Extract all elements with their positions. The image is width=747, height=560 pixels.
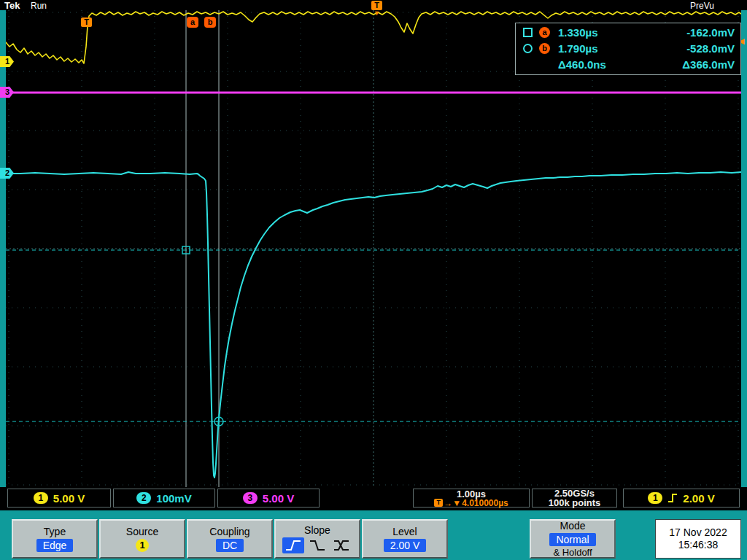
falling-slope-icon[interactable] xyxy=(306,537,328,553)
datetime-display: 17 Nov 2022 15:46:38 xyxy=(655,519,741,559)
bottom-status-row: 1 5.00 V 2 100mV 3 5.00 V 1.00µs T →▼ 4.… xyxy=(0,487,747,510)
run-status: Run xyxy=(31,1,47,11)
mode-value: Normal xyxy=(549,533,595,546)
cursor-delta-voltage: Δ366.0mV xyxy=(649,58,735,71)
either-slope-icon[interactable] xyxy=(330,537,352,553)
cursor-a-readout-badge: a xyxy=(539,27,550,38)
channel-1-scale: 5.00 V xyxy=(53,492,85,505)
channel-1-pill: 1 xyxy=(34,492,48,504)
channel-2-scale: 100mV xyxy=(156,492,191,505)
cursor-b-circle-icon xyxy=(523,44,533,53)
trigger-readout: 1 2.00 V xyxy=(623,489,740,508)
coupling-value: DC xyxy=(216,539,244,552)
tek-logo: Tek xyxy=(4,0,20,11)
cursor-delta-time: Δ460.0ns xyxy=(558,58,649,71)
cursor-a-square-icon xyxy=(523,28,533,37)
channel-2-pill: 2 xyxy=(136,492,151,504)
timebase-value: 1.00µs xyxy=(457,489,486,499)
delay-arrow-icon: →▼ xyxy=(444,499,461,508)
menu-mode-button[interactable]: Mode Normal & Holdoff xyxy=(530,519,616,559)
level-label: Level xyxy=(392,526,417,537)
source-value: 1 xyxy=(136,539,149,552)
trigger-slope-icon xyxy=(667,492,678,504)
channel-2-readout: 2 100mV xyxy=(113,489,215,508)
menu-slope-button[interactable]: Slope xyxy=(274,519,360,559)
cursor-b-time: 1.790µs xyxy=(558,42,649,55)
rising-slope-icon[interactable] xyxy=(282,537,304,553)
time-value: 15:46:38 xyxy=(678,539,719,551)
delay-trigger-icon: T xyxy=(434,499,443,507)
menu-level-button[interactable]: Level 2.00 V xyxy=(362,519,448,559)
menu-type-button[interactable]: Type Edge xyxy=(12,519,98,559)
trigger-position-arrow-icon: ▼ xyxy=(374,10,380,17)
date-value: 17 Nov 2022 xyxy=(669,526,727,539)
type-label: Type xyxy=(44,526,66,537)
cursor-b-badge[interactable]: b xyxy=(204,17,216,28)
level-value: 2.00 V xyxy=(384,539,426,552)
menu-coupling-button[interactable]: Coupling DC xyxy=(187,519,273,559)
delay-value: 4.010000µs xyxy=(462,499,508,508)
coupling-label: Coupling xyxy=(209,526,249,537)
channel-3-readout: 3 5.00 V xyxy=(217,489,320,508)
horizontal-readout: 1.00µs T →▼ 4.010000µs xyxy=(413,489,530,508)
cursor-b-readout-badge: b xyxy=(539,43,550,54)
trigger-level-value: 2.00 V xyxy=(683,492,714,505)
trigger-record-marker[interactable]: T xyxy=(81,18,92,27)
type-value: Edge xyxy=(36,539,74,552)
mode-label: Mode xyxy=(560,520,585,532)
record-length: 100k points xyxy=(549,498,601,508)
cursor-readout-box: a 1.330µs -162.0mV b 1.790µs -528.0mV Δ4… xyxy=(515,23,741,75)
trigger-source-pill: 1 xyxy=(648,492,662,504)
channel-1-readout: 1 5.00 V xyxy=(7,489,111,508)
cursor-a-time: 1.330µs xyxy=(558,26,649,39)
channel-3-scale: 5.00 V xyxy=(263,492,294,505)
cursor-a-voltage: -162.0mV xyxy=(649,26,735,39)
cursor-b-voltage: -528.0mV xyxy=(649,42,735,55)
source-label: Source xyxy=(126,526,158,537)
menu-source-button[interactable]: Source 1 xyxy=(99,519,185,559)
waveform-display xyxy=(6,10,741,487)
acquisition-status: PreVu xyxy=(690,1,714,11)
cursor-a-badge[interactable]: a xyxy=(187,17,198,28)
mode-extra: & Holdoff xyxy=(553,548,592,558)
channel-3-pill: 3 xyxy=(243,492,258,504)
slope-label: Slope xyxy=(304,524,330,536)
acquisition-readout: 2.50GS/s 100k points xyxy=(532,489,617,508)
waveform-svg xyxy=(6,10,741,487)
